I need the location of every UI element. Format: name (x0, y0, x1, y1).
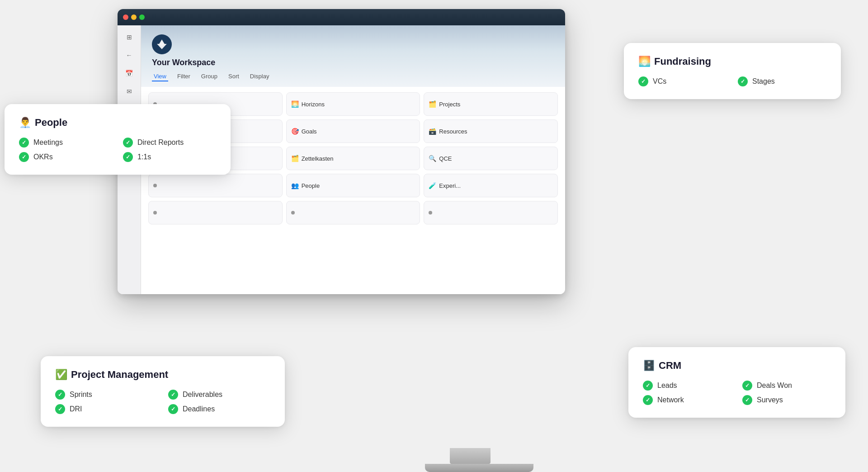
check-deals-won (742, 381, 752, 391)
check-deliverables (168, 390, 178, 400)
fundraising-card-title: 🌅 Fundraising (638, 56, 826, 67)
check-dri (55, 404, 65, 414)
fundraising-card-grid: VCs Stages (638, 76, 826, 86)
crm-item-leads: Leads (643, 381, 731, 391)
check-1on1s (123, 152, 133, 162)
toolbar-view[interactable]: View (152, 72, 168, 81)
crm-item-network: Network (643, 395, 731, 405)
grid-cell-empty3[interactable] (148, 174, 283, 197)
workspace-title: Your Workspace (152, 58, 554, 67)
check-meetings (19, 138, 29, 148)
toolbar-sort[interactable]: Sort (226, 72, 241, 81)
crm-item-deals-won: Deals Won (742, 381, 831, 391)
minimize-button[interactable] (131, 14, 137, 20)
people-card-grid: Meetings Direct Reports OKRs 1:1s (19, 138, 216, 162)
crm-item-surveys: Surveys (742, 395, 831, 405)
grid-cell-empty4[interactable] (148, 201, 283, 224)
grid-cell-projects[interactable]: 🗂️ Projects (424, 92, 558, 116)
crm-card: 🗄️ CRM Leads Deals Won Network Surveys (628, 347, 845, 418)
sidebar-icon-calendar[interactable]: 📅 (123, 67, 136, 80)
sidebar-icon-mail[interactable]: ✉ (123, 85, 136, 98)
fundraising-item-stages: Stages (738, 76, 826, 86)
check-network (643, 395, 653, 405)
logo-icon (156, 38, 168, 50)
toolbar-group[interactable]: Group (199, 72, 219, 81)
stand-neck (450, 448, 491, 464)
pm-emoji: ✅ (55, 369, 67, 381)
stand-base (425, 464, 533, 472)
window-header (118, 9, 565, 25)
pm-item-deadlines: Deadlines (168, 404, 270, 414)
pm-item-sprints: Sprints (55, 390, 157, 400)
toolbar: View Filter Group Sort Display (152, 72, 554, 81)
grid-cell-resources[interactable]: 🗃️ Resources (424, 119, 558, 143)
people-item-meetings: Meetings (19, 138, 112, 148)
sidebar-icon-back[interactable]: ← (123, 49, 136, 62)
check-leads (643, 381, 653, 391)
people-card-title: 👨‍💼 People (19, 117, 216, 129)
crm-emoji: 🗄️ (643, 360, 655, 372)
close-button[interactable] (123, 14, 128, 20)
check-direct-reports (123, 138, 133, 148)
grid-cell-people[interactable]: 👥 People (286, 174, 420, 197)
people-emoji: 👨‍💼 (19, 117, 31, 129)
people-item-direct-reports: Direct Reports (123, 138, 216, 148)
crm-card-title: 🗄️ CRM (643, 360, 831, 372)
monitor-stand (425, 448, 515, 472)
fundraising-card: 🌅 Fundraising VCs Stages (624, 43, 841, 99)
monitor-container: ⊞ ← 📅 ✉ ★ 🔍 Your Workspace View Filter (0, 0, 868, 472)
check-stages (738, 76, 748, 86)
check-vcs (638, 76, 648, 86)
pm-card-title: ✅ Project Management (55, 369, 270, 381)
grid-cell-empty6[interactable] (424, 201, 558, 224)
check-okrs (19, 152, 29, 162)
workspace-logo (152, 34, 172, 54)
grid-cell-horizons[interactable]: 🌅 Horizons (286, 92, 420, 116)
pm-item-deliverables: Deliverables (168, 390, 270, 400)
grid-cell-zettelkasten[interactable]: 🗂️ Zettelkasten (286, 147, 420, 170)
workspace-header: Your Workspace View Filter Group Sort Di… (141, 25, 565, 87)
fundraising-emoji: 🌅 (638, 56, 651, 67)
check-surveys (742, 395, 752, 405)
crm-card-grid: Leads Deals Won Network Surveys (643, 381, 831, 405)
sidebar-icon-grid[interactable]: ⊞ (123, 31, 136, 43)
pm-card-grid: Sprints Deliverables DRI Deadlines (55, 390, 270, 414)
maximize-button[interactable] (139, 14, 145, 20)
pm-item-dri: DRI (55, 404, 157, 414)
grid-cell-goals[interactable]: 🎯 Goals (286, 119, 420, 143)
grid-cell-qce[interactable]: 🔍 QCE (424, 147, 558, 170)
people-item-okrs: OKRs (19, 152, 112, 162)
fundraising-item-vcs: VCs (638, 76, 727, 86)
check-sprints (55, 390, 65, 400)
people-card: 👨‍💼 People Meetings Direct Reports OKRs … (5, 104, 231, 175)
grid-cell-empty5[interactable] (286, 201, 420, 224)
check-deadlines (168, 404, 178, 414)
grid-cell-experiments[interactable]: 🧪 Experi... (424, 174, 558, 197)
toolbar-display[interactable]: Display (248, 72, 271, 81)
project-management-card: ✅ Project Management Sprints Deliverable… (41, 356, 285, 427)
people-item-1on1s: 1:1s (123, 152, 216, 162)
toolbar-filter[interactable]: Filter (175, 72, 192, 81)
